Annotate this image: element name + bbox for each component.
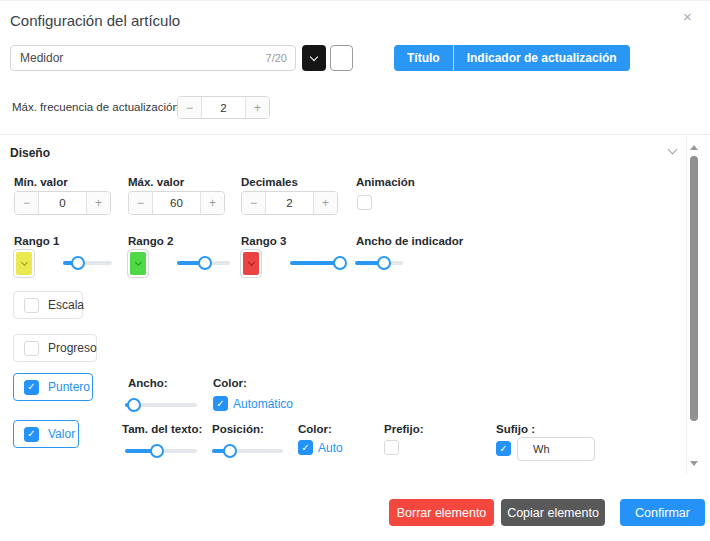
decimals-value[interactable]: 2 xyxy=(266,192,313,214)
decimals-label: Decimales xyxy=(241,176,298,188)
sufijo-checkbox[interactable]: ✓ xyxy=(496,441,511,456)
slider-thumb[interactable] xyxy=(71,256,85,270)
copy-element-button[interactable]: Copiar elemento xyxy=(501,499,605,526)
slider-thumb[interactable] xyxy=(150,444,164,458)
tab-indicador-actualizacion[interactable]: Indicador de actualización xyxy=(453,45,630,71)
min-value-label: Mín. valor xyxy=(14,176,68,188)
item-name-input[interactable] xyxy=(11,51,266,65)
minus-button[interactable]: − xyxy=(178,97,202,118)
range2-label: Rango 2 xyxy=(128,235,173,247)
min-value[interactable]: 0 xyxy=(39,192,86,214)
tam-texto-slider[interactable] xyxy=(125,444,197,458)
max-value-stepper: − 60 + xyxy=(128,191,225,215)
slider-thumb[interactable] xyxy=(127,398,141,412)
auto-checkbox[interactable]: ✓ xyxy=(298,440,313,455)
progreso-label: Progreso xyxy=(48,341,97,355)
posicion-label: Posición: xyxy=(212,423,264,435)
frequency-stepper: − 2 + xyxy=(177,96,270,119)
dialog-title: Configuración del artículo xyxy=(10,12,180,29)
max-value[interactable]: 60 xyxy=(153,192,200,214)
plus-button[interactable]: + xyxy=(86,192,110,214)
slider-thumb[interactable] xyxy=(223,444,237,458)
puntero-ancho-slider[interactable] xyxy=(125,398,197,412)
escala-checkbox[interactable] xyxy=(24,298,39,313)
chevron-down-icon xyxy=(134,258,141,265)
minus-button[interactable]: − xyxy=(242,192,266,214)
range3-label: Rango 3 xyxy=(241,235,286,247)
range3-slider[interactable] xyxy=(290,256,347,270)
scroll-up-arrow-icon[interactable] xyxy=(690,145,698,150)
valor-label: Valor xyxy=(48,427,75,441)
section-divider xyxy=(0,134,710,135)
prefijo-checkbox[interactable] xyxy=(384,440,399,455)
delete-element-button[interactable]: Borrar elemento xyxy=(389,499,494,526)
automatico-label: Automático xyxy=(233,397,293,411)
type-toggle-group: Título Indicador de actualización xyxy=(394,45,630,71)
chevron-down-icon xyxy=(247,258,254,265)
valor-checkbox[interactable]: ✓ xyxy=(24,427,39,442)
collapse-chevron-icon[interactable] xyxy=(668,145,678,155)
minus-button[interactable]: − xyxy=(129,192,153,214)
indicator-width-label: Ancho de indicador xyxy=(356,235,463,247)
slider-thumb[interactable] xyxy=(333,256,347,270)
automatico-checkbox[interactable]: ✓ xyxy=(213,396,228,411)
min-value-stepper: − 0 + xyxy=(14,191,111,215)
progreso-toggle[interactable]: Progreso xyxy=(13,334,97,362)
char-counter: 7/20 xyxy=(266,52,295,64)
plus-button[interactable]: + xyxy=(245,97,269,118)
puntero-checkbox[interactable]: ✓ xyxy=(24,380,39,395)
puntero-ancho-label: Ancho: xyxy=(128,377,168,389)
range1-slider[interactable] xyxy=(63,256,112,270)
slider-thumb[interactable] xyxy=(198,256,212,270)
color-swatch-button[interactable] xyxy=(330,45,353,71)
range3-color-button[interactable] xyxy=(240,249,262,278)
max-value-label: Máx. valor xyxy=(128,176,184,188)
range1-color-button[interactable] xyxy=(13,249,35,278)
name-input-wrap: 7/20 xyxy=(10,45,296,71)
close-icon[interactable]: × xyxy=(683,9,692,24)
indicator-width-slider[interactable] xyxy=(355,256,403,270)
sufijo-label: Sufijo : xyxy=(496,423,535,435)
puntero-color-label: Color: xyxy=(213,377,247,389)
chevron-down-icon xyxy=(20,258,27,265)
puntero-toggle[interactable]: ✓ Puntero xyxy=(13,373,93,401)
progreso-checkbox[interactable] xyxy=(24,341,39,356)
chevron-down-icon xyxy=(310,52,318,60)
animacion-checkbox[interactable] xyxy=(357,195,372,210)
frequency-label: Máx. frecuencia de actualización (s) xyxy=(12,101,195,113)
decimals-stepper: − 2 + xyxy=(241,191,338,215)
design-section-title: Diseño xyxy=(10,146,50,160)
confirm-button[interactable]: Confirmar xyxy=(620,499,705,526)
animacion-label: Animación xyxy=(356,176,415,188)
plus-button[interactable]: + xyxy=(200,192,224,214)
scrollbar-thumb[interactable] xyxy=(690,156,698,421)
scroll-down-arrow-icon[interactable] xyxy=(690,461,698,466)
prefijo-label: Prefijo: xyxy=(384,423,424,435)
plus-button[interactable]: + xyxy=(313,192,337,214)
tam-texto-label: Tam. del texto: xyxy=(122,423,202,435)
color-dropdown-button[interactable] xyxy=(302,45,326,71)
sufijo-input[interactable] xyxy=(517,437,595,461)
range2-color-button[interactable] xyxy=(127,249,149,278)
item-config-dialog: Configuración del artículo × 7/20 Título… xyxy=(0,0,710,541)
tab-titulo[interactable]: Título xyxy=(394,45,453,71)
frequency-value[interactable]: 2 xyxy=(202,97,245,118)
slider-thumb[interactable] xyxy=(377,256,391,270)
valor-toggle[interactable]: ✓ Valor xyxy=(13,420,79,448)
puntero-label: Puntero xyxy=(48,380,90,394)
auto-label: Auto xyxy=(318,441,343,455)
escala-label: Escala xyxy=(48,298,84,312)
range1-label: Rango 1 xyxy=(14,235,59,247)
valor-color-label: Color: xyxy=(298,423,332,435)
posicion-slider[interactable] xyxy=(212,444,283,458)
scrollbar-track[interactable] xyxy=(686,137,701,474)
minus-button[interactable]: − xyxy=(15,192,39,214)
range2-slider[interactable] xyxy=(177,256,230,270)
escala-toggle[interactable]: Escala xyxy=(13,291,83,319)
